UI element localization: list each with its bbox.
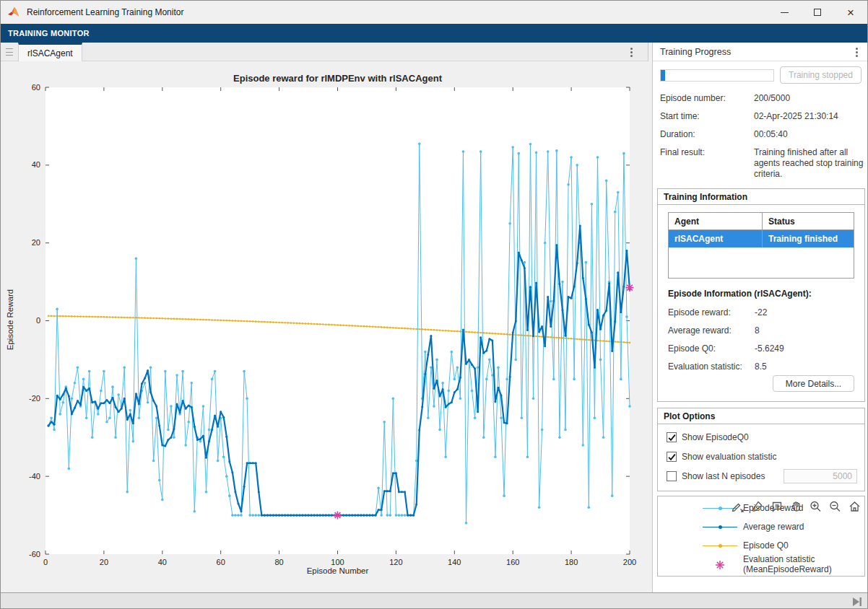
duration-row: Duration: 00:05:40	[660, 129, 865, 140]
minimize-button[interactable]	[768, 1, 801, 24]
export-icon[interactable]	[730, 499, 745, 514]
x-tick-label: 0	[43, 558, 48, 566]
toolstrip-tab-training-monitor[interactable]: TRAINING MONITOR	[8, 29, 90, 38]
plot-options-header: Plot Options	[658, 408, 864, 424]
episode-reward-label: Episode reward:	[668, 307, 731, 317]
show-evaluation-statistic-row: Show evaluation statistic	[667, 452, 776, 462]
episode-information-header: Episode Information (rlSACAgent):	[668, 289, 812, 299]
y-tick-label: -20	[29, 394, 40, 403]
plot-canvas: 020406080100120140160180200-60-40-200204…	[1, 61, 648, 584]
evaluation-statistic-asterisk-swatch	[714, 559, 726, 571]
episode-q0-marker-swatch	[719, 544, 722, 548]
x-tick-label: 160	[506, 558, 519, 566]
legend-label-evaluation-statistic-line2: (MeanEpisodeReward)	[743, 564, 832, 574]
average-reward-value: 8	[755, 325, 760, 336]
evaluation-statistic-label: Evaluation statistic:	[668, 362, 742, 372]
reward-chart: Episode reward for rlMDPEnv with rlSACAg…	[1, 61, 648, 584]
window-title: Reinforcement Learning Training Monitor	[27, 7, 183, 17]
y-tick-label: 0	[36, 316, 40, 325]
final-result-row: Final result: Training finished after al…	[660, 147, 865, 158]
episode-number-row: Episode number: 200/5000	[660, 93, 865, 104]
show-last-n-episodes-label: Show last N episodes	[682, 471, 765, 481]
more-details-button[interactable]: More Details...	[773, 375, 854, 392]
x-tick-label: 120	[389, 558, 402, 566]
x-tick-label: 180	[565, 558, 578, 566]
average-reward-row: Average reward: 8	[668, 325, 856, 336]
pan-icon[interactable]	[789, 499, 803, 514]
status-cell: Training finished	[763, 230, 854, 247]
start-time-row: Start time: 02-Apr-2025 21:30:14	[660, 111, 865, 122]
status-column-header: Status	[763, 213, 854, 229]
title-bar: Reinforcement Learning Training Monitor …	[1, 1, 867, 24]
x-tick-label: 140	[448, 558, 461, 566]
evaluation-statistic-row: Evaluation statistic: 8.5	[668, 362, 856, 372]
panel-title: Training Progress	[660, 47, 731, 57]
zoom-in-icon[interactable]	[808, 499, 823, 514]
bottom-status-bar	[1, 592, 868, 609]
y-tick-label: 40	[32, 160, 40, 169]
agents-table-header-row: Agent Status	[669, 213, 854, 230]
training-stopped-button[interactable]: Training stopped	[780, 66, 862, 84]
tab-options-ellipsis-icon[interactable]	[625, 45, 638, 58]
show-episodeq0-row: Show EpisodeQ0	[667, 432, 749, 442]
y-axis-label: Episode Reward	[6, 266, 14, 374]
y-tick-label: -40	[29, 472, 40, 481]
skip-to-end-icon[interactable]	[851, 597, 863, 607]
chart-legend: Episode reward Average reward Episode Q0…	[657, 496, 865, 577]
matlab-logo-icon	[8, 6, 21, 18]
n-episodes-input[interactable]	[784, 469, 857, 483]
duration-label: Duration:	[660, 129, 695, 139]
tab-label: rlSACAgent	[27, 48, 73, 58]
axes-toolbar	[730, 499, 862, 514]
chart-title: Episode reward for rlMDPEnv with rlSACAg…	[45, 73, 630, 84]
maximize-button[interactable]	[801, 1, 834, 24]
episode-q0-value: -5.6249	[755, 343, 784, 354]
home-icon[interactable]	[847, 499, 862, 514]
training-progress-panel: Training Progress Training stopped Episo…	[652, 43, 868, 592]
close-icon: ×	[847, 6, 854, 19]
final-result-label: Final result:	[660, 147, 705, 157]
plot-options-group: Plot Options Show EpisodeQ0 Show evaluat…	[657, 408, 865, 491]
legend-item-average-reward[interactable]: Average reward	[658, 521, 864, 534]
show-evaluation-statistic-label: Show evaluation statistic	[682, 452, 776, 462]
legend-label-episode-q0: Episode Q0	[743, 540, 789, 551]
y-tick-label: -60	[29, 550, 40, 558]
episode-number-value: 200/5000	[754, 93, 864, 104]
average-reward-marker-swatch	[719, 525, 722, 529]
zoom-out-icon[interactable]	[828, 499, 842, 514]
show-last-n-episodes-checkbox[interactable]	[667, 471, 677, 481]
start-time-value: 02-Apr-2025 21:30:14	[754, 111, 864, 122]
brush-icon[interactable]	[750, 499, 764, 514]
training-information-header: Training Information	[658, 189, 864, 205]
x-tick-label: 80	[274, 558, 283, 566]
datatips-icon[interactable]	[769, 499, 784, 514]
episode-reward-marker-swatch	[719, 507, 722, 510]
legend-item-evaluation-statistic[interactable]: Evaluation statistic (MeanEpisodeReward)	[658, 554, 864, 577]
x-tick-label: 60	[217, 558, 225, 566]
duration-value: 00:05:40	[754, 129, 864, 140]
tab-drag-grip-icon[interactable]	[5, 47, 14, 57]
legend-item-episode-q0[interactable]: Episode Q0	[658, 540, 864, 553]
panel-header: Training Progress	[653, 43, 868, 61]
agents-table: Agent Status rlSACAgent Training finishe…	[668, 212, 854, 279]
show-episodeq0-label: Show EpisodeQ0	[682, 432, 749, 442]
close-button[interactable]: ×	[834, 1, 867, 24]
x-tick-label: 200	[623, 558, 636, 566]
x-tick-label: 20	[100, 558, 108, 566]
x-tick-label: 40	[158, 558, 167, 566]
show-evaluation-statistic-checkbox[interactable]	[667, 452, 677, 462]
episode-number-label: Episode number:	[660, 93, 726, 103]
y-tick-label: 20	[32, 238, 40, 247]
start-time-label: Start time:	[660, 111, 700, 121]
app-window: Reinforcement Learning Training Monitor …	[0, 0, 868, 609]
minimize-icon	[781, 12, 789, 13]
show-episodeq0-checkbox[interactable]	[667, 432, 677, 442]
maximize-icon	[814, 9, 821, 16]
tab-rlsacagent[interactable]: rlSACAgent	[18, 43, 82, 61]
training-progress-bar	[660, 69, 774, 82]
panel-options-ellipsis-icon[interactable]	[850, 45, 863, 58]
table-row[interactable]: rlSACAgent Training finished	[669, 230, 854, 247]
episode-q0-label: Episode Q0:	[668, 343, 716, 354]
evaluation-statistic-marker	[626, 284, 634, 292]
training-information-group: Training Information Agent Status rlSACA…	[657, 188, 865, 402]
